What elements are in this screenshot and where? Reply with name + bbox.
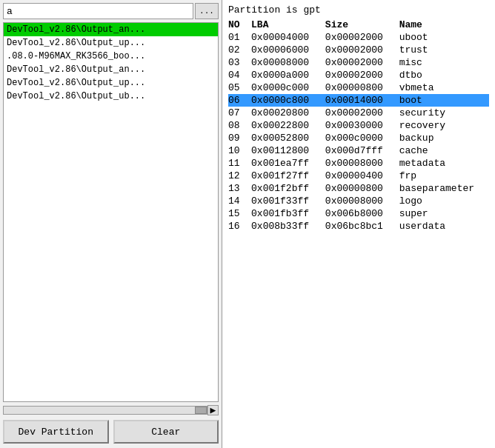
browse-button[interactable]: ...: [195, 3, 219, 19]
cell-size: 0x06bc8bc1: [325, 220, 399, 233]
cell-size: 0x00000800: [325, 182, 399, 195]
cell-lba: 0x001f27ff: [251, 170, 325, 182]
cell-size: 0x00002000: [325, 107, 399, 119]
cell-no: 12: [228, 170, 251, 182]
col-header-lba: LBA: [251, 19, 325, 31]
cell-no: 10: [228, 144, 251, 157]
cell-name: misc: [399, 56, 489, 69]
cell-name: baseparameter: [399, 182, 489, 195]
cell-no: 15: [228, 207, 251, 220]
cell-name: boot: [399, 94, 489, 107]
cell-lba: 0x001f33ff: [251, 195, 325, 207]
table-row[interactable]: 030x000080000x00002000misc: [228, 56, 489, 69]
file-list-item[interactable]: .08.0-M96MAX_RK3566_boo...: [4, 50, 218, 63]
cell-size: 0x00002000: [325, 69, 399, 81]
cell-size: 0x00008000: [325, 157, 399, 170]
table-row[interactable]: 060x0000c8000x00014000boot: [228, 94, 489, 107]
cell-no: 14: [228, 195, 251, 207]
cell-size: 0x00002000: [325, 31, 399, 44]
cell-name: security: [399, 107, 489, 119]
table-row[interactable]: 070x000208000x00002000security: [228, 107, 489, 119]
dev-partition-button[interactable]: Dev Partition: [3, 420, 109, 444]
table-row[interactable]: 120x001f27ff0x00000400frp: [228, 170, 489, 182]
cell-size: 0x000c0000: [325, 132, 399, 144]
col-header-no: NO: [228, 19, 251, 31]
table-row[interactable]: 080x000228000x00030000recovery: [228, 119, 489, 132]
cell-no: 05: [228, 81, 251, 94]
bottom-buttons: Dev Partition Clear: [3, 418, 219, 445]
file-list: DevTool_v2.86\Output_an...DevTool_v2.86\…: [4, 23, 218, 103]
cell-lba: 0x00052800: [251, 132, 325, 144]
cell-no: 13: [228, 182, 251, 195]
scroll-right-button[interactable]: ▶: [207, 405, 219, 415]
table-row[interactable]: 130x001f2bff0x00000800baseparameter: [228, 182, 489, 195]
path-input[interactable]: [3, 3, 193, 19]
table-row[interactable]: 010x000040000x00002000uboot: [228, 31, 489, 44]
table-row[interactable]: 100x001128000x000d7fffcache: [228, 144, 489, 157]
cell-lba: 0x0000a000: [251, 69, 325, 81]
cell-name: super: [399, 207, 489, 220]
scrollbar-row: ▶: [3, 405, 219, 415]
cell-lba: 0x001ea7ff: [251, 157, 325, 170]
cell-lba: 0x008b33ff: [251, 220, 325, 233]
scrollbar-thumb: [195, 407, 207, 414]
cell-lba: 0x00112800: [251, 144, 325, 157]
cell-no: 02: [228, 44, 251, 56]
table-row[interactable]: 160x008b33ff0x06bc8bc1userdata: [228, 220, 489, 233]
cell-lba: 0x00020800: [251, 107, 325, 119]
cell-name: dtbo: [399, 69, 489, 81]
cell-lba: 0x00006000: [251, 44, 325, 56]
table-row[interactable]: 140x001f33ff0x00008000logo: [228, 195, 489, 207]
cell-size: 0x00000800: [325, 81, 399, 94]
table-row[interactable]: 110x001ea7ff0x00008000metadata: [228, 157, 489, 170]
cell-size: 0x00000400: [325, 170, 399, 182]
left-panel: ... DevTool_v2.86\Output_an...DevTool_v2…: [0, 0, 222, 448]
cell-lba: 0x00022800: [251, 119, 325, 132]
cell-size: 0x00014000: [325, 94, 399, 107]
cell-lba: 0x00004000: [251, 31, 325, 44]
cell-size: 0x00002000: [325, 56, 399, 69]
cell-name: uboot: [399, 31, 489, 44]
partition-table: NO LBA Size Name 010x000040000x00002000u…: [228, 19, 489, 233]
input-row: ...: [3, 3, 219, 19]
col-header-name: Name: [399, 19, 489, 31]
table-row[interactable]: 020x000060000x00002000trust: [228, 44, 489, 56]
file-list-item[interactable]: DevTool_v2.86\Output_an...: [4, 23, 218, 36]
file-list-container[interactable]: DevTool_v2.86\Output_an...DevTool_v2.86\…: [3, 22, 219, 402]
table-row[interactable]: 050x0000c0000x00000800vbmeta: [228, 81, 489, 94]
cell-no: 08: [228, 119, 251, 132]
cell-no: 07: [228, 107, 251, 119]
cell-no: 01: [228, 31, 251, 44]
table-row[interactable]: 090x000528000x000c0000backup: [228, 132, 489, 144]
cell-name: userdata: [399, 220, 489, 233]
cell-name: cache: [399, 144, 489, 157]
cell-name: backup: [399, 132, 489, 144]
file-list-item[interactable]: DevTool_v2.86\Output_an...: [4, 63, 218, 76]
table-row[interactable]: 150x001fb3ff0x006b8000super: [228, 207, 489, 220]
cell-size: 0x00030000: [325, 119, 399, 132]
table-header-row: NO LBA Size Name: [228, 19, 489, 31]
table-row[interactable]: 040x0000a0000x00002000dtbo: [228, 69, 489, 81]
file-list-item[interactable]: DevTool_v2.86\Output_up...: [4, 76, 218, 90]
cell-lba: 0x0000c800: [251, 94, 325, 107]
cell-name: logo: [399, 195, 489, 207]
file-list-item[interactable]: DevTool_v2.86\Output_ub...: [4, 90, 218, 103]
file-list-item[interactable]: DevTool_v2.86\Output_up...: [4, 36, 218, 50]
cell-no: 11: [228, 157, 251, 170]
cell-lba: 0x00008000: [251, 56, 325, 69]
horizontal-scrollbar[interactable]: [3, 406, 207, 415]
cell-size: 0x00008000: [325, 195, 399, 207]
cell-name: recovery: [399, 119, 489, 132]
cell-name: vbmeta: [399, 81, 489, 94]
clear-button[interactable]: Clear: [113, 420, 219, 444]
cell-size: 0x000d7fff: [325, 144, 399, 157]
cell-lba: 0x001fb3ff: [251, 207, 325, 220]
cell-name: frp: [399, 170, 489, 182]
cell-no: 04: [228, 69, 251, 81]
cell-lba: 0x001f2bff: [251, 182, 325, 195]
cell-size: 0x00002000: [325, 44, 399, 56]
cell-no: 09: [228, 132, 251, 144]
partition-header: Partition is gpt: [228, 4, 489, 16]
cell-no: 03: [228, 56, 251, 69]
cell-no: 16: [228, 220, 251, 233]
